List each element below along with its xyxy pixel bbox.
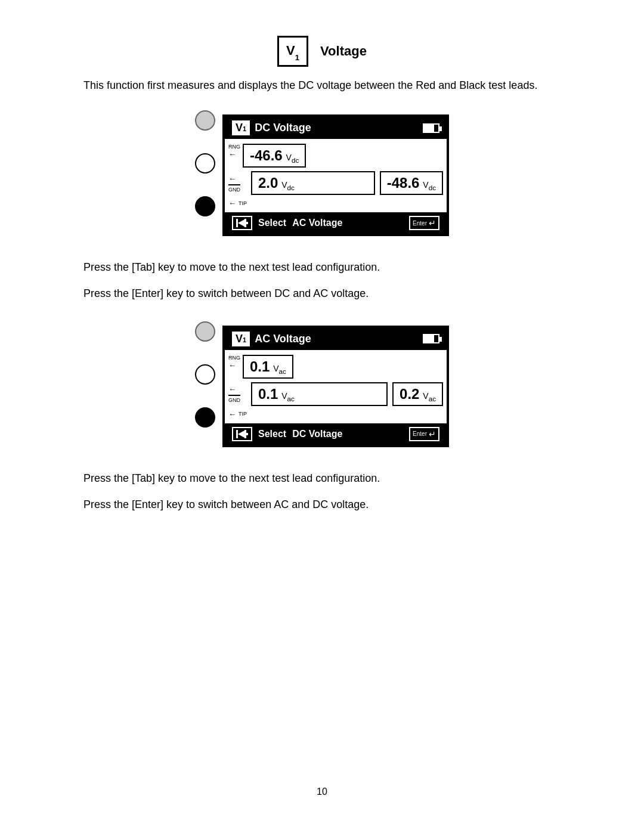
dc-header-title: DC Voltage [255, 122, 311, 134]
section-title: Voltage [320, 44, 367, 59]
ac-side-indicators [195, 321, 215, 451]
svg-marker-5 [238, 431, 244, 438]
ac-header-left: V1 AC Voltage [232, 332, 311, 346]
svg-rect-2 [244, 219, 246, 227]
dc-sub-unit: Vdc [279, 180, 295, 191]
description-text: This function first measures and display… [83, 78, 537, 94]
dc-main-unit: Vdc [284, 153, 299, 164]
dc-sub-reading-box: 2.0 Vdc [251, 171, 375, 195]
page: V1 Voltage This function first measures … [0, 0, 644, 833]
ac-sub-reading-box: 0.1 Vac [251, 382, 388, 406]
dc-tip-label: TIP [239, 200, 247, 206]
svg-rect-7 [246, 433, 248, 435]
dc-enter-arrow: ↵ [429, 218, 436, 228]
v1-icon: V1 [277, 36, 308, 67]
para2: Press the [Enter] key to switch between … [83, 286, 369, 302]
dc-rng-label: RNG [228, 144, 240, 150]
ac-gnd-arrow: ← [228, 385, 236, 394]
ac-screen-footer: Select DC Voltage Enter ↵ [225, 423, 447, 445]
ac-screen-header: V1 AC Voltage [225, 328, 447, 350]
ac-header-title: AC Voltage [255, 333, 311, 345]
para4: Press the [Enter] key to switch between … [83, 497, 369, 513]
dc-screen-wrapper: V1 DC Voltage RNG ← -46.6 [195, 110, 449, 240]
dc-tip-arrow: ← [228, 199, 236, 208]
ac-indicator-rng [195, 321, 215, 342]
ac-enter-label: Enter [413, 431, 427, 437]
ac-side-unit: Vac [420, 391, 436, 402]
ac-side-reading-box: 0.2 Vac [392, 382, 443, 406]
svg-rect-0 [236, 219, 238, 227]
dc-side-unit: Vdc [420, 180, 436, 191]
ac-indicator-gnd [195, 364, 215, 385]
dc-main-reading: -46.6 [250, 147, 283, 164]
para3: Press the [Tab] key to move to the next … [83, 470, 380, 487]
para1: Press the [Tab] key to move to the next … [83, 259, 380, 276]
dc-sub-reading: 2.0 [258, 175, 278, 191]
page-number: 10 [317, 769, 327, 797]
ac-battery-icon [423, 334, 439, 343]
dc-footer-select: Select [258, 218, 286, 228]
dc-screen-body: RNG ← -46.6 Vdc ← GND [225, 139, 447, 208]
dc-screen-header: V1 DC Voltage [225, 117, 447, 139]
ac-main-reading: 0.1 [250, 358, 270, 375]
dc-tab-icon [232, 216, 252, 230]
svg-marker-1 [238, 219, 244, 227]
ac-footer-mode: DC Voltage [292, 429, 403, 439]
dc-screen-footer: Select AC Voltage Enter ↵ [225, 212, 447, 234]
svg-rect-6 [244, 430, 246, 438]
ac-side-reading: 0.2 [400, 386, 419, 402]
dc-gnd-arrow: ← [228, 174, 236, 183]
ac-device-screen: V1 AC Voltage RNG ← 0.1 [222, 326, 449, 447]
ac-screen-wrapper: V1 AC Voltage RNG ← 0.1 [195, 321, 449, 451]
ac-tip-label: TIP [239, 411, 247, 417]
ac-header-icon: V1 [232, 332, 250, 346]
ac-indicator-tip [195, 407, 215, 428]
v1-icon-text: V1 [286, 43, 299, 60]
dc-side-reading: -48.6 [387, 175, 420, 191]
svg-rect-4 [236, 430, 238, 438]
ac-sub-reading: 0.1 [258, 386, 278, 402]
ac-main-reading-box: 0.1 Vac [243, 355, 293, 379]
ac-enter-box: Enter ↵ [409, 427, 439, 441]
ac-screen-body: RNG ← 0.1 Vac ← GND [225, 350, 447, 419]
svg-rect-3 [246, 222, 248, 224]
dc-tab-svg [236, 218, 248, 228]
title-row: V1 Voltage [277, 36, 367, 67]
ac-footer-select: Select [258, 429, 286, 439]
ac-main-unit: Vac [271, 364, 286, 375]
dc-indicator-rng [195, 110, 215, 131]
ac-tab-icon [232, 427, 252, 441]
dc-footer-mode: AC Voltage [292, 218, 403, 228]
dc-header-left: V1 DC Voltage [232, 120, 311, 135]
dc-enter-box: Enter ↵ [409, 216, 439, 230]
dc-device-screen: V1 DC Voltage RNG ← -46.6 [222, 114, 449, 236]
dc-rng-arrow: ← [228, 150, 240, 159]
dc-enter-label: Enter [413, 220, 427, 227]
dc-side-reading-box: -48.6 Vdc [380, 171, 443, 195]
ac-rng-arrow: ← [228, 361, 240, 370]
ac-gnd-label: GND [228, 397, 240, 403]
dc-side-indicators [195, 110, 215, 240]
dc-main-reading-box: -46.6 Vdc [243, 144, 306, 168]
dc-indicator-tip [195, 196, 215, 216]
dc-indicator-gnd [195, 153, 215, 174]
ac-rng-label: RNG [228, 355, 240, 361]
ac-battery-fill [424, 335, 434, 342]
ac-sub-unit: Vac [279, 391, 295, 402]
dc-battery-fill [424, 125, 434, 132]
dc-header-icon: V1 [232, 120, 250, 135]
ac-enter-arrow: ↵ [429, 429, 436, 439]
ac-tab-svg [236, 429, 248, 439]
dc-battery-icon [423, 123, 439, 133]
dc-gnd-label: GND [228, 187, 240, 193]
ac-tip-arrow: ← [228, 410, 236, 419]
